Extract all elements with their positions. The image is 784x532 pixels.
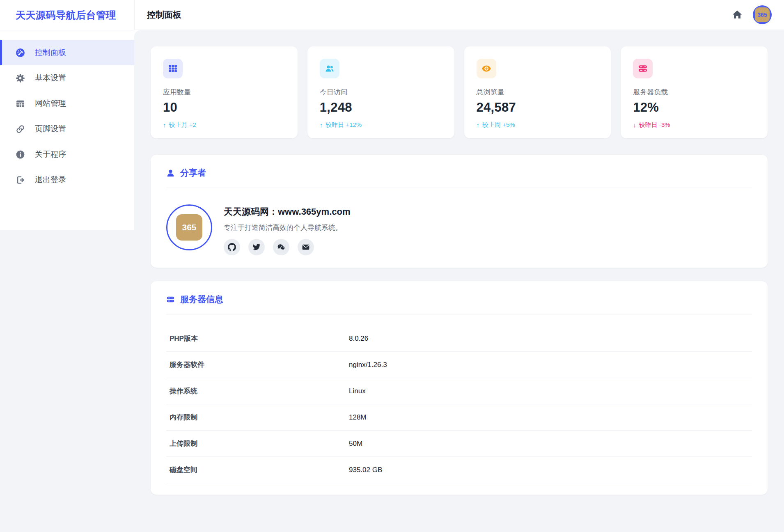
gear-icon: [16, 73, 25, 83]
stat-value: 24,587: [477, 100, 599, 115]
row-value: 935.02 GB: [349, 466, 382, 474]
users-icon: [320, 59, 339, 78]
arrow-up-icon: ↑: [163, 122, 166, 128]
stat-card-server-load: 服务器负载 12% ↓ 较昨日 -3%: [621, 46, 768, 138]
stat-card-apps: 应用数量 10 ↑ 较上月 +2: [151, 46, 298, 138]
sidebar-item-label: 退出登录: [35, 174, 66, 185]
sharer-description: 专注于打造简洁高效的个人导航系统。: [224, 223, 350, 232]
topbar: 控制面板 365: [134, 0, 784, 30]
home-icon[interactable]: [731, 9, 743, 21]
sidebar: 天天源码导航后台管理 控制面板 基本设置 网站管理: [0, 0, 134, 230]
server-info-panel: 服务器信息 PHP版本 8.0.26 服务器软件 nginx/1.26.3 操作…: [151, 281, 768, 495]
server-info-table: PHP版本 8.0.26 服务器软件 nginx/1.26.3 操作系统 Lin…: [163, 314, 755, 483]
sidebar-item-logout[interactable]: 退出登录: [0, 167, 134, 193]
stat-value: 10: [163, 100, 285, 115]
row-value: nginx/1.26.3: [349, 361, 387, 369]
stat-card-visits-today: 今日访问 1,248 ↑ 较昨日 +12%: [307, 46, 454, 138]
sharer-panel: 分享者 365 天天源码网：www.365ym.com 专注于打造简洁高效的个人…: [151, 155, 768, 268]
stat-cards-row: 应用数量 10 ↑ 较上月 +2 今日访问 1,248 ↑ 较昨日 +12%: [151, 46, 768, 138]
stat-card-total-views: 总浏览量 24,587 ↑ 较上周 +5%: [464, 46, 611, 138]
row-value: 8.0.26: [349, 335, 368, 343]
row-label: 服务器软件: [170, 360, 349, 369]
stat-trend: ↑ 较上月 +2: [163, 121, 285, 129]
sharer-avatar-logo: 365: [176, 214, 202, 241]
table-row: 服务器软件 nginx/1.26.3: [166, 352, 752, 378]
email-icon[interactable]: [298, 239, 314, 255]
table-row: 磁盘空间 935.02 GB: [166, 457, 752, 483]
social-links: [224, 239, 350, 255]
row-label: 操作系统: [170, 386, 349, 396]
sidebar-item-label: 控制面板: [35, 47, 66, 58]
row-label: 上传限制: [170, 439, 349, 448]
grid-icon: [163, 59, 183, 78]
page-title: 控制面板: [147, 9, 181, 21]
table-row: 内存限制 128M: [166, 404, 752, 431]
sharer-name: 天天源码网：www.365ym.com: [224, 206, 350, 218]
stat-value: 12%: [633, 100, 755, 115]
server-section-title: 服务器信息: [180, 294, 223, 305]
logout-icon: [16, 175, 25, 185]
sidebar-item-site-management[interactable]: 网站管理: [0, 91, 134, 116]
brand-title: 天天源码导航后台管理: [0, 0, 134, 30]
server-icon: [166, 295, 175, 304]
stat-label: 应用数量: [163, 87, 285, 97]
sidebar-item-label: 页脚设置: [35, 124, 66, 134]
stat-value: 1,248: [320, 100, 442, 115]
table-row: 上传限制 50M: [166, 431, 752, 457]
sidebar-item-dashboard[interactable]: 控制面板: [0, 40, 134, 65]
stat-trend: ↑ 较上周 +5%: [477, 121, 599, 129]
stat-trend-text: 较上周 +5%: [482, 121, 515, 129]
stat-trend-text: 较上月 +2: [169, 121, 196, 129]
main-content: 应用数量 10 ↑ 较上月 +2 今日访问 1,248 ↑ 较昨日 +12%: [134, 30, 784, 532]
row-label: 内存限制: [170, 413, 349, 422]
sidebar-item-label: 基本设置: [35, 73, 66, 83]
sharer-avatar: 365: [166, 204, 212, 250]
sidebar-item-basic-settings[interactable]: 基本设置: [0, 65, 134, 91]
stat-label: 总浏览量: [477, 87, 599, 97]
stat-trend: ↑ 较昨日 +12%: [320, 121, 442, 129]
arrow-up-icon: ↑: [477, 122, 480, 128]
table-grid-icon: [16, 99, 25, 108]
sharer-section-title: 分享者: [180, 167, 206, 179]
stat-trend-text: 较昨日 +12%: [326, 121, 362, 129]
sidebar-item-label: 关于程序: [35, 149, 66, 160]
row-label: 磁盘空间: [170, 465, 349, 475]
dashboard-gauge-icon: [16, 48, 25, 57]
sidebar-item-footer-settings[interactable]: 页脚设置: [0, 116, 134, 142]
sidebar-nav: 控制面板 基本设置 网站管理 页脚设置: [0, 30, 134, 193]
user-avatar[interactable]: 365: [753, 5, 772, 24]
avatar-logo: 365: [755, 7, 770, 22]
info-circle-icon: [16, 150, 25, 159]
row-value: 128M: [349, 413, 367, 422]
stat-trend: ↓ 较昨日 -3%: [633, 121, 755, 129]
sidebar-item-about[interactable]: 关于程序: [0, 142, 134, 167]
table-row: 操作系统 Linux: [166, 378, 752, 404]
stat-label: 服务器负载: [633, 87, 755, 97]
row-value: Linux: [349, 387, 366, 395]
link-icon: [16, 124, 25, 134]
server-panel-header: 服务器信息: [163, 293, 755, 305]
github-icon[interactable]: [224, 239, 240, 255]
row-value: 50M: [349, 440, 362, 448]
sharer-panel-header: 分享者: [163, 166, 755, 179]
topbar-actions: 365: [731, 5, 772, 24]
stat-trend-text: 较昨日 -3%: [639, 121, 670, 129]
server-icon: [633, 59, 653, 78]
wechat-icon[interactable]: [273, 239, 289, 255]
arrow-down-icon: ↓: [633, 122, 636, 128]
sidebar-item-label: 网站管理: [35, 98, 66, 109]
admin-dashboard: 天天源码导航后台管理 控制面板 基本设置 网站管理: [0, 0, 784, 532]
row-label: PHP版本: [170, 334, 349, 343]
sharer-info: 天天源码网：www.365ym.com 专注于打造简洁高效的个人导航系统。: [224, 204, 350, 255]
user-icon: [166, 169, 175, 177]
arrow-up-icon: ↑: [320, 122, 323, 128]
eye-icon: [477, 59, 496, 78]
table-row: PHP版本 8.0.26: [166, 326, 752, 352]
stat-label: 今日访问: [320, 87, 442, 97]
sharer-body: 365 天天源码网：www.365ym.com 专注于打造简洁高效的个人导航系统…: [163, 188, 755, 255]
twitter-icon[interactable]: [248, 239, 265, 255]
